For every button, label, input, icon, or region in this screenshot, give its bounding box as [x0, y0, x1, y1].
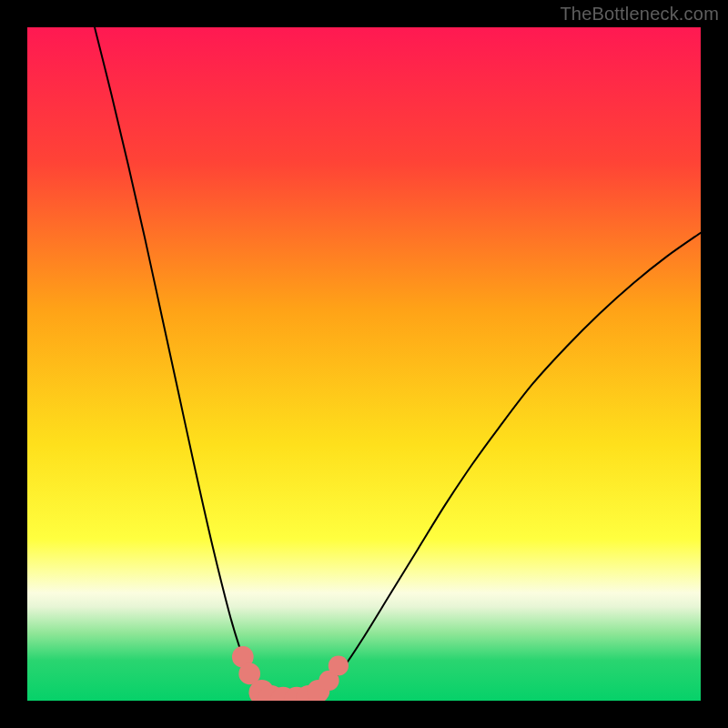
plot-area	[27, 27, 701, 701]
chart-svg	[27, 27, 701, 701]
watermark-text: TheBottleneck.com	[560, 4, 719, 25]
chart-frame: TheBottleneck.com	[0, 0, 728, 728]
marker-dot	[329, 655, 349, 675]
gradient-background	[27, 27, 701, 701]
